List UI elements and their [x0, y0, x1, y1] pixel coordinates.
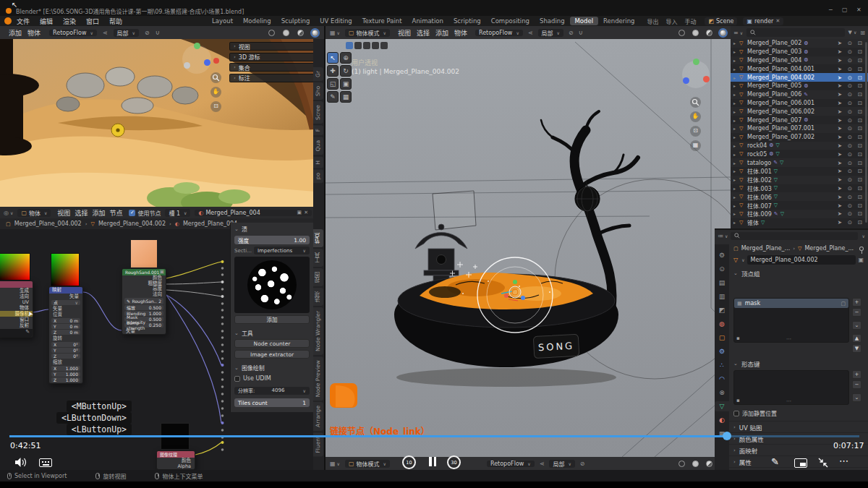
- video-progress-remaining[interactable]: [727, 435, 859, 437]
- imperfections-dropdown[interactable]: Imperfections∨: [254, 247, 310, 254]
- expand-arrow-icon[interactable]: ▸: [733, 58, 739, 63]
- more-options-button[interactable]: ⋯: [839, 455, 848, 466]
- hide-render-icon[interactable]: ⊡: [858, 185, 862, 192]
- hide-render-icon[interactable]: ⊡: [858, 108, 862, 115]
- node-output[interactable]: 法向: [0, 294, 33, 299]
- expand-arrow-icon[interactable]: ▸: [733, 143, 739, 148]
- outliner[interactable]: ▸ ▽ Merged_Plane_002 ⚙ ✎ ▽ ➤ ⊙ ⊡ ▸ ▽ Mer…: [731, 39, 868, 228]
- shape-keys-list[interactable]: ▪ ⋯: [733, 370, 849, 405]
- tool-button[interactable]: ⊕: [340, 52, 352, 64]
- outliner-row[interactable]: ▸ ▽ 柱体.007 ⚙ ✎ ▽ ➤ ⊙ ⊡: [731, 201, 868, 210]
- shading-wireframe-icon[interactable]: [678, 461, 685, 467]
- gizmo-y-axis[interactable]: [194, 43, 200, 49]
- volume-button[interactable]: [14, 457, 27, 471]
- hide-viewport-icon[interactable]: ⊙: [848, 74, 852, 81]
- tool-button[interactable]: ▦: [340, 91, 352, 103]
- view-layer-selector[interactable]: ▣render✕: [743, 17, 783, 25]
- hide-viewport-icon[interactable]: ⊙: [848, 100, 852, 106]
- hide-viewport-icon[interactable]: ⊙: [848, 57, 852, 64]
- tiles-count-slider[interactable]: Tiles count1: [234, 398, 310, 407]
- object-name[interactable]: 锥体: [747, 218, 759, 226]
- properties-tab[interactable]: ◩: [715, 305, 729, 315]
- menu-item[interactable]: 窗口: [81, 17, 104, 26]
- properties-tab[interactable]: ⊗: [715, 388, 729, 398]
- vertex-groups-panel-header[interactable]: ⌄顶点组: [729, 268, 868, 278]
- expand-arrow-icon[interactable]: ▸: [733, 186, 739, 191]
- object-name[interactable]: 柱体.002: [747, 176, 772, 184]
- sidebar-tab[interactable]: Scree: [313, 101, 323, 124]
- camera-view-icon[interactable]: ⊡: [690, 126, 701, 137]
- header-menu-item[interactable]: 物体: [25, 28, 43, 38]
- hide-render-icon[interactable]: ⊡: [858, 66, 862, 72]
- retopoflow-menu[interactable]: RetopoFlow∨: [487, 461, 535, 467]
- selectable-toggle-icon[interactable]: ➤: [838, 160, 842, 166]
- selectable-toggle-icon[interactable]: ➤: [838, 151, 842, 158]
- outliner-row[interactable]: ▸ ▽ 柱体.002 ⚙ ✎ ▽ ➤ ⊙ ⊡: [731, 176, 868, 184]
- properties-tab[interactable]: ▥: [715, 291, 729, 301]
- shrink-button[interactable]: [817, 457, 829, 471]
- object-name[interactable]: Merged_Plane_006.002: [747, 108, 814, 115]
- pin-icon[interactable]: [859, 247, 864, 251]
- expand-arrow-icon[interactable]: ▸: [733, 177, 739, 182]
- value-field[interactable]: Y0°: [51, 348, 80, 353]
- object-name[interactable]: Merged_Plane_004.002: [747, 74, 814, 81]
- object-name[interactable]: Merged_Plane_005: [747, 82, 801, 89]
- breadcrumb-object[interactable]: Merged_Plane_...: [741, 245, 791, 252]
- hide-render-icon[interactable]: ⊡: [858, 219, 862, 226]
- hide-render-icon[interactable]: ⊡: [858, 82, 862, 89]
- mode-icon[interactable]: [372, 42, 379, 49]
- gizmo-z-axis[interactable]: [683, 77, 689, 84]
- chevron-down-icon[interactable]: ∨: [862, 234, 865, 239]
- panel-header[interactable]: ›UV 贴图: [729, 421, 868, 432]
- pause-button[interactable]: [429, 457, 436, 466]
- workspace-tab[interactable]: Animation: [407, 17, 448, 25]
- breadcrumb-material[interactable]: Merged_Plane_004: [183, 221, 237, 227]
- hide-viewport-icon[interactable]: ⊙: [848, 219, 852, 226]
- header-menu-item[interactable]: 视图: [395, 28, 414, 38]
- properties-tab[interactable]: ◠: [715, 374, 729, 384]
- hide-viewport-icon[interactable]: ⊙: [848, 185, 852, 192]
- snap-magnet-icon[interactable]: ∩: [156, 30, 160, 36]
- breadcrumb-object[interactable]: Merged_Plane_004.002: [14, 221, 82, 227]
- skip-back-10-button[interactable]: 10: [402, 455, 416, 469]
- tools-panel-header[interactable]: ⌄工具: [234, 329, 310, 337]
- properties-tab[interactable]: ▤: [715, 278, 729, 288]
- param-slider[interactable]: Bump strength0.250: [124, 322, 163, 328]
- expand-arrow-icon[interactable]: ▸: [733, 83, 739, 88]
- sidebar-tab[interactable]: 选项: [313, 288, 323, 306]
- gizmo-axis[interactable]: [184, 62, 190, 69]
- orientation-selector[interactable]: 局部∨: [538, 29, 563, 37]
- object-name[interactable]: Merged_Plane_004: [747, 57, 801, 64]
- selectable-toggle-icon[interactable]: ➤: [838, 82, 842, 89]
- hide-render-icon[interactable]: ⊡: [858, 168, 862, 174]
- gizmo-x-axis[interactable]: [703, 76, 710, 82]
- manual-button[interactable]: 手动: [684, 17, 696, 25]
- value-field[interactable]: Z0 m: [51, 330, 80, 335]
- hide-render-icon[interactable]: ⊡: [858, 176, 862, 183]
- outliner-row[interactable]: ▸ ▽ rock04 ⚙ ✎ ▽ ➤ ⊙ ⊡: [731, 142, 868, 150]
- paint-panel-header[interactable]: ⌄图像绘制: [234, 364, 310, 372]
- hide-render-icon[interactable]: ⊡: [858, 91, 862, 98]
- grid-toggle-icon[interactable]: ▦: [690, 140, 701, 151]
- selectable-toggle-icon[interactable]: ➤: [838, 202, 842, 209]
- sidebar-tab[interactable]: Sho: [313, 82, 323, 100]
- properties-tab[interactable]: ◐: [715, 415, 729, 425]
- texcoord-node[interactable]: 生成法向UV物体摄像机窗口反射 ✎: [0, 281, 33, 338]
- object-name[interactable]: Merged_Plane_004.001: [747, 66, 814, 72]
- hide-render-icon[interactable]: ⊡: [858, 160, 862, 166]
- hide-render-icon[interactable]: ⊡: [858, 125, 862, 132]
- npanel-section[interactable]: ›集合: [229, 63, 320, 72]
- expand-arrow-icon[interactable]: ▸: [733, 67, 739, 72]
- selectable-toggle-icon[interactable]: ➤: [838, 40, 842, 46]
- vertex-group-item[interactable]: ▦mask▢: [734, 299, 848, 308]
- node-output[interactable]: Alpha: [157, 463, 195, 469]
- header-menu-item[interactable]: 添加: [90, 208, 107, 218]
- outliner-search-input[interactable]: [746, 28, 844, 37]
- scene-selector[interactable]: ◩Scene: [705, 17, 737, 25]
- selectable-toggle-icon[interactable]: ➤: [838, 74, 842, 81]
- export-button[interactable]: 导出: [647, 17, 658, 25]
- proportional-edit-icon[interactable]: ⊘: [569, 30, 574, 36]
- workspace-tab[interactable]: Texture Paint: [357, 17, 407, 25]
- hide-viewport-icon[interactable]: ⊙: [848, 40, 852, 46]
- hide-render-icon[interactable]: ⊡: [858, 57, 862, 64]
